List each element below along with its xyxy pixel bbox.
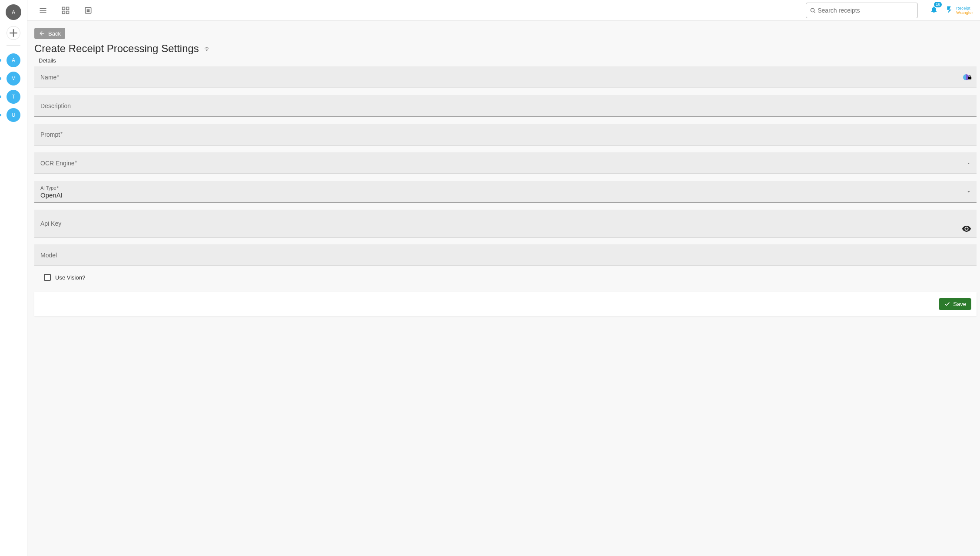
ai-type-field[interactable]: Ai Type* [34,181,977,203]
wifi-icon [203,45,210,53]
prompt-field[interactable]: Prompt* [34,124,977,145]
field-lock-icon [963,74,972,80]
svg-line-11 [814,11,815,13]
left-sidebar: A A M T U [0,0,27,556]
logo-mark-icon [946,5,954,15]
description-field[interactable]: Description [34,95,977,117]
add-workspace-button[interactable] [7,26,20,40]
topbar: 16 Receipt Wrangler [27,0,980,21]
search-icon [810,7,816,13]
workspace-indicator-dot [0,114,1,116]
list-icon[interactable] [83,5,93,16]
prompt-input[interactable] [40,124,970,145]
dashboard-icon[interactable] [60,5,71,16]
save-bar: Save [34,292,977,316]
ocr-engine-field[interactable]: OCR Engine* [34,152,977,174]
save-button-label: Save [953,301,966,307]
ai-type-select[interactable] [40,181,970,202]
sidebar-divider [7,45,20,46]
svg-rect-5 [66,11,69,13]
svg-rect-2 [63,7,65,10]
logo-text: Receipt Wrangler [956,6,973,15]
main-content: Back Create Receipt Processing Settings … [27,21,980,556]
check-icon [944,301,950,307]
eye-icon[interactable] [962,224,971,234]
page-title: Create Receipt Processing Settings [34,43,199,55]
svg-point-10 [811,8,814,12]
search-input[interactable] [818,7,914,14]
name-field[interactable]: Name* [34,66,977,88]
menu-icon[interactable] [38,5,48,16]
workspace-indicator-dot [0,59,1,62]
workspace-avatar[interactable]: M [7,72,20,86]
use-vision-label: Use Vision? [55,274,85,281]
back-button[interactable]: Back [34,28,65,39]
workspace-avatar[interactable]: T [7,90,20,104]
workspace-indicator-dot [0,95,1,98]
notifications-button[interactable]: 16 [930,6,938,15]
save-button[interactable]: Save [939,298,971,310]
api-key-field[interactable]: Api Key [34,210,977,237]
workspace-item[interactable]: T [7,90,20,104]
ocr-engine-select[interactable] [40,152,970,174]
logo[interactable]: Receipt Wrangler [946,5,973,15]
chevron-down-icon [966,189,971,194]
model-field[interactable]: Model [34,244,977,266]
search-box[interactable] [806,3,918,18]
workspace-item[interactable]: U [7,108,20,122]
model-input[interactable] [40,244,970,266]
workspace-indicator-dot [0,77,1,80]
svg-rect-4 [63,11,65,13]
user-avatar[interactable]: A [6,4,21,20]
description-input[interactable] [40,95,970,116]
use-vision-row: Use Vision? [34,272,977,283]
section-title-details: Details [39,57,977,64]
svg-point-13 [206,50,207,50]
workspace-item[interactable]: M [7,72,20,86]
workspace-avatar[interactable]: A [7,53,20,67]
svg-rect-3 [66,7,69,10]
name-input[interactable] [40,66,970,88]
notification-badge: 16 [934,2,942,7]
chevron-down-icon [966,161,971,166]
workspace-item[interactable]: A [7,53,20,67]
workspace-avatar[interactable]: U [7,108,20,122]
api-key-input[interactable] [40,210,970,237]
arrow-left-icon [39,30,46,37]
use-vision-checkbox[interactable] [44,274,51,281]
back-button-label: Back [48,30,61,37]
